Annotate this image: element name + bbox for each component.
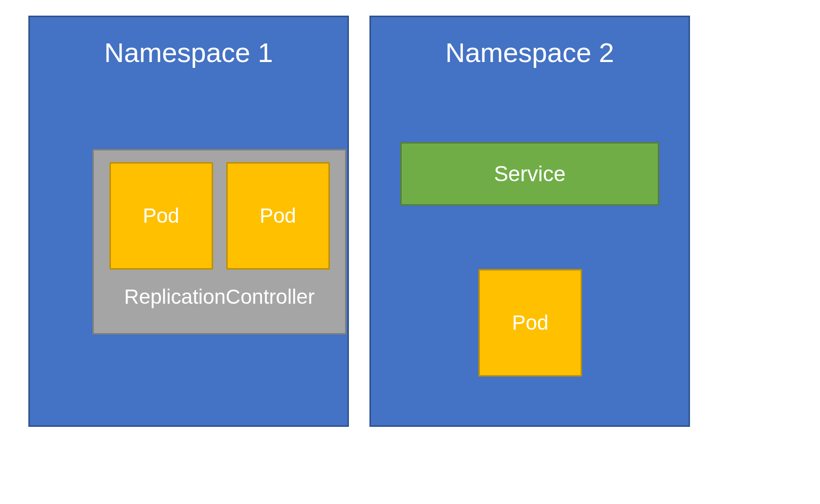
namespace-2-pod-label: Pod bbox=[512, 311, 549, 335]
namespace-2-box: Namespace 2 Service Pod bbox=[369, 16, 690, 427]
service-label: Service bbox=[494, 162, 566, 186]
pod-2-label: Pod bbox=[259, 204, 296, 228]
namespace-1-title: Namespace 1 bbox=[30, 37, 347, 68]
service-box: Service bbox=[400, 142, 659, 206]
namespace-2-pod-box: Pod bbox=[478, 269, 582, 377]
pod-box-1: Pod bbox=[109, 162, 213, 270]
diagram-canvas: Namespace 1 Pod Pod ReplicationControlle… bbox=[0, 0, 820, 504]
rc-pods-row: Pod Pod bbox=[94, 150, 345, 270]
replication-controller-label: ReplicationController bbox=[94, 285, 345, 309]
namespace-2-title: Namespace 2 bbox=[371, 37, 689, 68]
namespace-1-box: Namespace 1 Pod Pod ReplicationControlle… bbox=[28, 16, 349, 427]
pod-box-2: Pod bbox=[226, 162, 330, 270]
replication-controller-box: Pod Pod ReplicationController bbox=[92, 149, 346, 335]
pod-1-label: Pod bbox=[143, 204, 179, 228]
